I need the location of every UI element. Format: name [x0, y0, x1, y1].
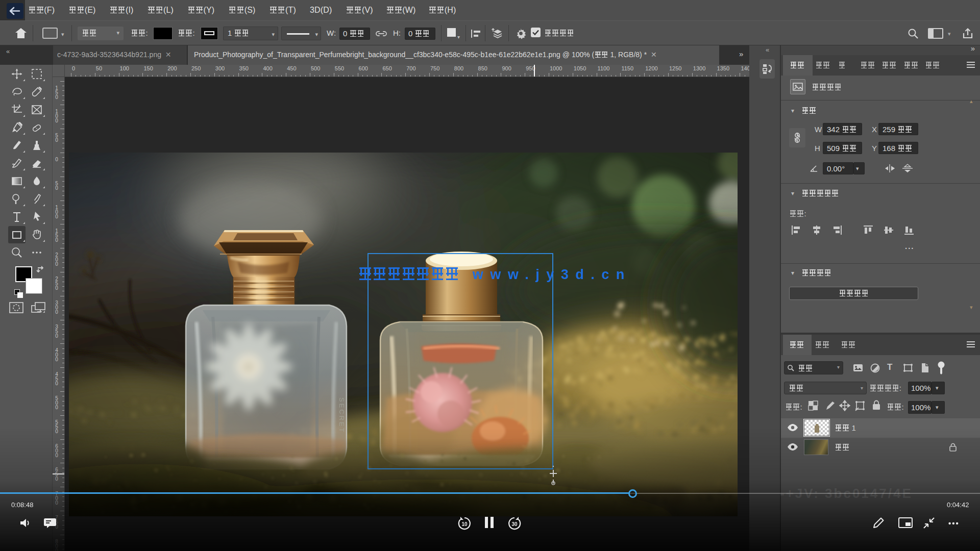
- svg-text:10: 10: [461, 521, 468, 527]
- svg-text:30: 30: [511, 521, 518, 527]
